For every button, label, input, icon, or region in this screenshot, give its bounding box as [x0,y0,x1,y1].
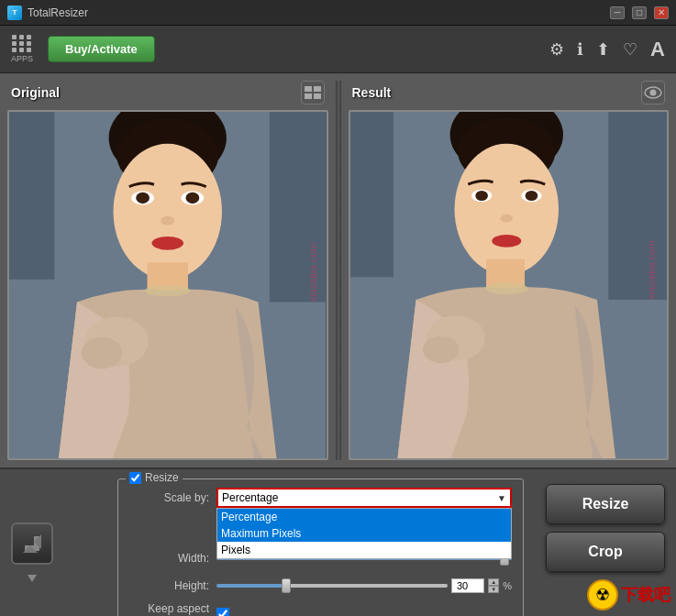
svg-point-17 [151,236,183,250]
svg-point-26 [454,144,559,275]
svg-point-29 [422,336,458,364]
height-slider-row: 30 ▲ ▼ % [216,578,512,593]
main-content: Original [0,73,676,468]
result-image-container: xiazaiba.com [349,110,670,460]
close-button[interactable]: ✕ [654,6,669,19]
crop-button[interactable]: Crop [546,532,665,572]
svg-point-36 [492,235,521,248]
scale-dropdown[interactable]: Percentage ▼ [216,488,512,508]
result-image: xiazaiba.com [350,112,668,458]
keep-aspect-checkbox[interactable] [216,608,229,617]
result-panel: Result [349,81,670,460]
height-increment-button[interactable]: ▲ [488,578,499,586]
svg-rect-2 [305,94,312,99]
dropdown-item-pixels[interactable]: Pixels [217,542,511,558]
svg-point-30 [484,283,527,294]
original-panel-title: Original [11,85,60,100]
heart-icon[interactable]: ♡ [623,39,637,60]
eye-icon [644,86,662,99]
resize-group-legend: Resize [126,471,183,484]
height-row: Height: 30 ▲ ▼ % [129,575,512,597]
svg-point-11 [145,285,190,296]
width-label: Width: [129,552,216,565]
dropdown-item-percentage[interactable]: Percentage [217,509,511,525]
height-value-input[interactable]: 30 [451,578,484,593]
svg-point-7 [114,144,222,280]
font-icon[interactable]: A [650,38,665,61]
apps-dots-grid [12,35,32,52]
height-slider-thumb[interactable] [282,578,291,593]
svg-rect-38 [608,112,667,300]
svg-point-10 [82,337,122,369]
dropdown-arrow-icon: ▼ [497,493,506,503]
action-buttons: Resize Crop ☢ 下载吧 [535,469,676,616]
hazard-icon: ☢ [587,579,618,610]
bottom-panel: Resize Scale by: Percentage ▼ Percentage… [0,468,676,616]
svg-point-35 [500,214,513,223]
original-image-container: xiazaiba.com [7,110,328,460]
scale-by-label: Scale by: [129,491,216,504]
scale-by-row: Scale by: Percentage ▼ Percentage Maximu… [129,487,512,509]
dot [19,48,24,52]
svg-rect-3 [314,94,321,99]
view-toggle-button[interactable] [301,81,325,104]
svg-point-16 [161,216,174,226]
settings-icon[interactable]: ⚙ [549,39,564,60]
maximize-button[interactable]: □ [632,6,647,19]
apps-label: APPS [11,54,33,63]
navigate-button[interactable] [11,522,53,565]
keep-aspect-row: Keep aspect ratio: [129,602,512,616]
app-icon: T [7,6,22,20]
arrow-icon [19,531,45,556]
keep-aspect-control [216,608,512,617]
dot [12,41,17,46]
chevron-down-icon [23,569,41,588]
dot [27,41,31,46]
svg-rect-1 [314,86,321,92]
bottom-logo: ☢ 下载吧 [587,579,670,610]
resize-checkbox[interactable] [129,472,141,484]
panel-divider [336,81,341,460]
minimize-button[interactable]: ─ [610,6,625,19]
scale-by-control: Percentage ▼ Percentage Maximum Pixels P… [216,488,512,508]
svg-point-22 [650,90,657,96]
height-unit: % [503,580,512,591]
window-controls: ─ □ ✕ [610,6,669,19]
scale-dropdown-value: Percentage [222,491,278,504]
info-icon[interactable]: ℹ [577,39,583,60]
result-panel-header: Result [349,81,670,104]
image-panels: Original [0,73,676,468]
left-icon-area [0,469,61,616]
dot [27,48,31,52]
original-panel-header: Original [7,81,328,104]
share-icon[interactable]: ⬆ [596,39,610,60]
scale-dropdown-list: Percentage Maximum Pixels Pixels [216,508,512,559]
title-bar-left: T TotalResizer [7,6,88,20]
dot [12,35,17,39]
resize-section: Resize Scale by: Percentage ▼ Percentage… [61,469,535,616]
title-bar: T TotalResizer ─ □ ✕ [0,0,676,26]
dot [27,35,31,39]
buy-activate-button[interactable]: Buy/Activate [48,36,155,62]
app-title: TotalResizer [28,6,88,19]
resize-group: Resize Scale by: Percentage ▼ Percentage… [117,478,524,616]
dot [19,35,24,39]
keep-aspect-label: Keep aspect ratio: [129,602,216,616]
svg-point-34 [525,191,537,201]
height-decrement-button[interactable]: ▼ [488,586,499,593]
dropdown-item-maximum-pixels[interactable]: Maximum Pixels [217,525,511,542]
site-logo-text: 下载吧 [621,584,670,606]
resize-button[interactable]: Resize [546,484,665,524]
result-panel-title: Result [352,85,392,100]
eye-button[interactable] [641,81,665,104]
height-slider-track[interactable] [216,584,448,588]
apps-button[interactable]: APPS [11,35,33,63]
original-panel: Original [7,81,328,460]
toolbar-icons: ⚙ ℹ ⬆ ♡ A [549,38,665,61]
svg-rect-18 [9,112,54,280]
svg-point-13 [136,192,150,204]
height-control: 30 ▲ ▼ % [216,578,512,593]
height-label: Height: [129,579,216,592]
svg-rect-0 [305,86,312,92]
resize-label: Resize [145,471,179,484]
